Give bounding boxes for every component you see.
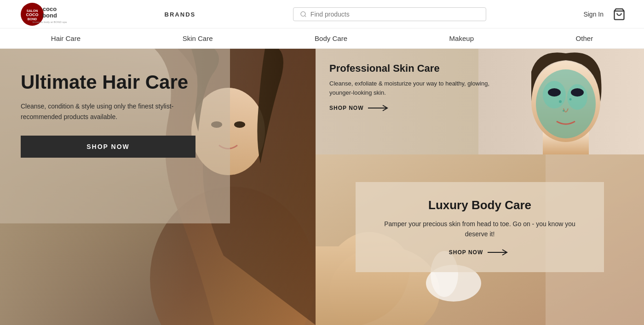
sign-in-link[interactable]: Sign In xyxy=(583,11,604,18)
main-content: Ultimate Hair Care Cleanse, condition & … xyxy=(0,49,644,325)
body-panel-title: Luxury Body Care xyxy=(374,198,586,212)
nav-item-makeup[interactable]: Makeup xyxy=(422,29,501,48)
nav-item-hair-care[interactable]: Hair Care xyxy=(23,29,108,48)
skin-panel-description: Cleanse, exfoliate & moisturize your way… xyxy=(329,79,495,97)
header: SALON COCO BOND coco bond brows to body … xyxy=(0,0,644,29)
search-icon xyxy=(300,11,307,18)
svg-line-8 xyxy=(305,15,306,17)
svg-point-7 xyxy=(301,11,305,16)
skin-woman-image xyxy=(478,49,644,154)
skin-shop-now-link[interactable]: SHOP NOW xyxy=(329,104,495,112)
skin-shop-now-label[interactable]: SHOP NOW xyxy=(329,105,363,111)
hero-shop-now-button[interactable]: SHOP NOW xyxy=(21,136,196,158)
svg-text:SALON: SALON xyxy=(27,9,38,12)
svg-point-23 xyxy=(569,98,572,101)
svg-point-21 xyxy=(571,88,584,97)
nav-item-body-care[interactable]: Body Care xyxy=(287,29,375,48)
brands-nav[interactable]: BRANDS xyxy=(165,10,196,18)
cart-icon[interactable] xyxy=(613,8,626,21)
svg-text:coco: coco xyxy=(43,6,57,12)
svg-point-24 xyxy=(563,110,564,112)
svg-text:BOND: BOND xyxy=(28,17,37,21)
body-care-panel: Luxury Body Care Pamper your precious sk… xyxy=(316,154,644,325)
skin-care-panel: Professional Skin Care Cleanse, exfoliat… xyxy=(316,49,644,154)
skin-panel-title: Professional Skin Care xyxy=(329,63,495,74)
svg-point-17 xyxy=(536,69,596,138)
skin-arrow-icon xyxy=(368,104,391,112)
nav-item-other[interactable]: Other xyxy=(548,29,621,48)
hero-right: Professional Skin Care Cleanse, exfoliat… xyxy=(316,49,644,325)
svg-point-20 xyxy=(548,88,561,97)
hero-description: Cleanse, condition & style using only th… xyxy=(21,101,177,122)
search-input[interactable] xyxy=(310,11,479,18)
hero-left: Ultimate Hair Care Cleanse, condition & … xyxy=(0,49,316,325)
body-panel-card: Luxury Body Care Pamper your precious sk… xyxy=(356,182,604,272)
svg-text:COCO: COCO xyxy=(26,12,39,17)
body-shop-now-link[interactable]: SHOP NOW xyxy=(374,249,586,256)
category-nav: Hair Care Skin Care Body Care Makeup Oth… xyxy=(0,29,644,49)
skin-panel-content: Professional Skin Care Cleanse, exfoliat… xyxy=(329,63,495,112)
body-arrow-icon xyxy=(488,249,511,256)
svg-text:brows to body at BOND spa: brows to body at BOND spa xyxy=(33,21,67,23)
hero-title: Ultimate Hair Care xyxy=(21,72,209,93)
hero-left-content: Ultimate Hair Care Cleanse, condition & … xyxy=(0,49,230,223)
header-right: Sign In xyxy=(583,8,626,21)
logo[interactable]: SALON COCO BOND coco bond brows to body … xyxy=(18,2,67,27)
body-panel-description: Pamper your precious skin from head to t… xyxy=(374,219,586,239)
svg-point-19 xyxy=(567,84,587,110)
svg-text:bond: bond xyxy=(42,12,57,19)
search-bar[interactable] xyxy=(293,7,486,21)
svg-point-22 xyxy=(559,100,562,103)
body-shop-now-label[interactable]: SHOP NOW xyxy=(449,249,483,256)
brands-label[interactable]: BRANDS xyxy=(165,11,196,18)
nav-item-skin-care[interactable]: Skin Care xyxy=(155,29,241,48)
logo-icon: SALON COCO BOND coco bond brows to body … xyxy=(18,2,67,27)
